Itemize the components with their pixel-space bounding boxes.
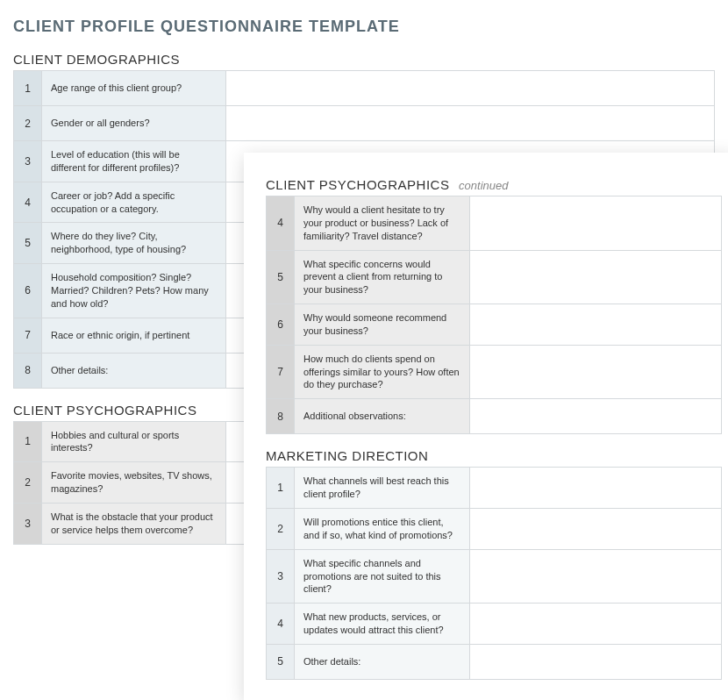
question-cell: Level of education (this will be differe…: [42, 141, 226, 182]
row-number: 3: [267, 549, 295, 604]
table-row: 1 Age range of this client group?: [14, 71, 715, 106]
question-cell: Gender or all genders?: [42, 106, 226, 141]
answer-cell[interactable]: [470, 304, 722, 346]
question-cell: Other details:: [42, 353, 226, 388]
table-row: 5 Other details:: [267, 644, 722, 679]
table-row: 6 Why would someone recommend your busin…: [267, 304, 722, 346]
answer-cell[interactable]: [470, 345, 722, 399]
question-cell: Career or job? Add a specific occupation…: [42, 182, 226, 223]
table-marketing: 1 What channels will best reach this cli…: [266, 467, 722, 680]
question-cell: Where do they live? City, neighborhood, …: [42, 223, 226, 264]
row-number: 5: [14, 223, 42, 264]
question-cell: What specific concerns would prevent a c…: [295, 250, 470, 304]
question-cell: Race or ethnic origin, if pertinent: [42, 318, 226, 353]
main-title: CLIENT PROFILE QUESTIONNAIRE TEMPLATE: [13, 18, 715, 36]
section-title-demographics: CLIENT DEMOGRAPHICS: [13, 52, 715, 67]
answer-cell[interactable]: [470, 508, 722, 549]
answer-cell[interactable]: [470, 196, 722, 251]
question-cell: Hobbies and cultural or sports interests…: [42, 421, 226, 462]
row-number: 2: [267, 508, 295, 549]
row-number: 1: [267, 468, 295, 509]
row-number: 3: [14, 141, 42, 182]
table-row: 3 What specific channels and promotions …: [267, 549, 722, 604]
question-cell: What is the obstacle that your product o…: [42, 503, 226, 544]
table-row: 7 How much do clients spend on offerings…: [267, 345, 722, 399]
row-number: 7: [267, 345, 295, 399]
question-cell: Why would someone recommend your busines…: [295, 304, 470, 346]
row-number: 5: [267, 644, 295, 679]
section-title-marketing: MARKETING DIRECTION: [266, 448, 722, 463]
table-psychographics-2: 4 Why would a client hesitate to try you…: [266, 196, 722, 434]
table-row: 4 What new products, services, or update…: [267, 604, 722, 645]
table-row: 5 What specific concerns would prevent a…: [267, 250, 722, 304]
answer-cell[interactable]: [470, 468, 722, 509]
table-row: 1 What channels will best reach this cli…: [267, 468, 722, 509]
question-cell: What new products, services, or updates …: [295, 604, 470, 645]
question-cell: Favorite movies, websites, TV shows, mag…: [42, 462, 226, 504]
section-title-psychographics-continued: CLIENT PSYCHOGRAPHICS continued: [266, 177, 722, 192]
answer-cell[interactable]: [226, 106, 715, 141]
page-2: CLIENT PSYCHOGRAPHICS continued 4 Why wo…: [244, 153, 728, 700]
row-number: 4: [267, 196, 295, 251]
row-number: 4: [14, 182, 42, 223]
answer-cell[interactable]: [470, 399, 722, 434]
question-cell: Additional observations:: [295, 399, 470, 434]
row-number: 6: [14, 264, 42, 318]
row-number: 2: [14, 106, 42, 141]
question-cell: Age range of this client group?: [42, 71, 226, 106]
question-cell: What specific channels and promotions ar…: [295, 549, 470, 604]
row-number: 2: [14, 462, 42, 504]
row-number: 7: [14, 318, 42, 353]
continued-label: continued: [459, 179, 508, 192]
row-number: 8: [267, 399, 295, 434]
answer-cell[interactable]: [470, 604, 722, 645]
table-row: 2 Will promotions entice this client, an…: [267, 508, 722, 549]
row-number: 6: [267, 304, 295, 346]
row-number: 4: [267, 604, 295, 645]
row-number: 1: [14, 421, 42, 462]
question-cell: How much do clients spend on offerings s…: [295, 345, 470, 399]
answer-cell[interactable]: [226, 71, 715, 106]
row-number: 5: [267, 250, 295, 304]
answer-cell[interactable]: [470, 250, 722, 304]
section-title-text: CLIENT PSYCHOGRAPHICS: [266, 177, 449, 192]
question-cell: Other details:: [295, 644, 470, 679]
row-number: 8: [14, 353, 42, 388]
answer-cell[interactable]: [470, 644, 722, 679]
question-cell: Why would a client hesitate to try your …: [295, 196, 470, 251]
answer-cell[interactable]: [470, 549, 722, 604]
question-cell: Household composition? Single? Married? …: [42, 264, 226, 318]
row-number: 1: [14, 71, 42, 106]
question-cell: Will promotions entice this client, and …: [295, 508, 470, 549]
table-row: 4 Why would a client hesitate to try you…: [267, 196, 722, 251]
table-row: 8 Additional observations:: [267, 399, 722, 434]
row-number: 3: [14, 503, 42, 544]
table-row: 2 Gender or all genders?: [14, 106, 715, 141]
question-cell: What channels will best reach this clien…: [295, 468, 470, 509]
